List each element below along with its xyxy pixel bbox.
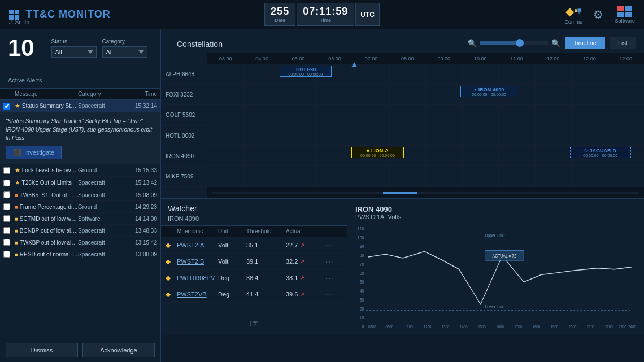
- x-label: 1800: [532, 324, 540, 329]
- y-label: 20: [360, 306, 364, 312]
- timeline-item-time: 00:00:00 - 00:00:00: [583, 154, 617, 158]
- trend-up-icon: ↗: [299, 274, 304, 282]
- square-icon: ■: [15, 192, 18, 198]
- table-row[interactable]: ★ Lock Level is below li... Ground 15:15…: [0, 164, 160, 177]
- table-row[interactable]: ★ T28Kt: Out of Limits Spacecraft 15:13:…: [0, 177, 160, 189]
- actual-value: 32.2↗: [286, 258, 325, 265]
- table-row[interactable]: ■ SCTMD out of low wa... Software 14:14:…: [0, 213, 160, 225]
- star-icon: ★: [15, 102, 20, 109]
- alert-checkbox[interactable]: [3, 239, 10, 246]
- dismiss-button[interactable]: Dismiss: [6, 343, 78, 357]
- tick: 12:00: [608, 53, 644, 64]
- tick: 06:00: [316, 53, 353, 64]
- alert-category: Spacecraft: [78, 228, 123, 234]
- more-options-button[interactable]: ···: [325, 257, 342, 266]
- threshold-value: 41.4: [246, 291, 286, 298]
- list-item[interactable]: ◆ PWST2IB Volt 39.1 32.2↗ ···: [161, 254, 347, 270]
- msg-col-header: Message: [15, 91, 78, 97]
- chart-title: IRON 4090: [355, 205, 636, 213]
- star-icon: ★: [15, 167, 20, 173]
- table-row[interactable]: ■ RESD out of normal l... Spacecraft 13:…: [0, 248, 160, 260]
- software-icon-item[interactable]: Software: [615, 6, 635, 24]
- status-filter-label: Status: [51, 38, 97, 45]
- more-options-button[interactable]: ···: [325, 290, 342, 299]
- timeline-rows-area: TIGER-B 00:00:00 - 00:00:00 ●: [207, 64, 644, 187]
- comms-icon-item[interactable]: Comms: [564, 5, 582, 25]
- alert-checkbox[interactable]: [3, 103, 10, 110]
- table-row[interactable]: ★ Status Summary Star... Spacecraft 15:3…: [0, 100, 160, 112]
- investigate-button[interactable]: ⬛ Investigate: [6, 146, 62, 159]
- tick: 09:00: [426, 53, 462, 64]
- zoom-out-icon[interactable]: 🔍: [468, 39, 477, 47]
- table-row[interactable]: ■ Frame Percentage dr... Ground 14:29:23: [0, 201, 160, 213]
- timeline-item-time: 00:00:00 - 00:00:00: [360, 154, 395, 158]
- timeline-item[interactable]: ■ LION-A 00:00:00 - 00:00:00: [351, 147, 404, 158]
- timeline-item[interactable]: TIGER-B 00:00:00 - 00:00:00: [280, 66, 332, 77]
- square-icon: ■: [15, 204, 18, 210]
- actual-value: 22.7↗: [286, 242, 325, 249]
- alert-checkbox[interactable]: [3, 215, 10, 222]
- mnemonic-link[interactable]: PWST2IA: [177, 242, 218, 248]
- timeline-item[interactable]: ◇ JAGUAR-D 00:00:00 - 00:00:00: [570, 147, 631, 158]
- more-options-button[interactable]: ···: [325, 273, 342, 282]
- table-row[interactable]: ■ BCNBP out of low ala... Spacecraft 13:…: [0, 225, 160, 237]
- square-icon: ■: [15, 251, 18, 258]
- zoom-in-icon[interactable]: 🔍: [551, 39, 560, 47]
- alert-detail-text: "Status Summary Star Tracker" Sticky Bit…: [6, 117, 155, 142]
- upper-limit-label: Upper Limit: [485, 233, 505, 238]
- list-item: MIKE 7509: [161, 167, 207, 187]
- category-filter-select[interactable]: All Ground Spacecraft Software: [102, 46, 147, 58]
- timeline-row-foxi: ● IRON-4090 00:00:00 - 00:00:00: [207, 85, 644, 105]
- alerts-footer: Dismiss Acknowledge: [0, 338, 160, 362]
- mnemonic-link[interactable]: PWHTR08PV: [177, 274, 218, 281]
- main-layout: 10 Active Alerts Status All New Acknowle…: [0, 29, 644, 362]
- mnemonic-link[interactable]: PWST2VB: [177, 291, 218, 298]
- svg-marker-2: [577, 12, 581, 14]
- alert-checkbox[interactable]: [3, 180, 10, 186]
- alert-checkbox[interactable]: [3, 227, 10, 234]
- unit-value: Volt: [218, 258, 246, 265]
- alert-checkbox[interactable]: [3, 251, 10, 258]
- watcher-title: Watcher: [161, 199, 347, 215]
- logo-grid: [9, 10, 19, 20]
- list-item: ALPH 6648: [161, 64, 207, 85]
- threshold-value: 39.1: [246, 258, 286, 265]
- lower-limit-label: Lower Limit: [485, 304, 505, 309]
- constellation-title: Constellation: [169, 34, 230, 52]
- table-row[interactable]: ■ TW3B5_S1: Out of Lim... Spacecraft 15:…: [0, 189, 160, 201]
- alert-category: Ground: [78, 167, 123, 173]
- timeline-item-dot: ◇: [584, 148, 588, 153]
- timeline-view-button[interactable]: Timeline: [565, 37, 605, 49]
- timeline-item-name: LION-A: [371, 148, 389, 154]
- cat-col-header: Category: [78, 91, 123, 97]
- square-icon: ■: [15, 216, 18, 222]
- alert-checkbox[interactable]: [3, 167, 10, 174]
- timeline-item[interactable]: ● IRON-4090 00:00:00 - 00:00:00: [460, 86, 517, 97]
- square-icon: ■: [15, 239, 18, 246]
- list-view-button[interactable]: List: [610, 37, 636, 49]
- alert-checkbox[interactable]: [3, 203, 10, 210]
- acknowledge-button[interactable]: Acknowledge: [82, 343, 155, 357]
- table-row[interactable]: ■ TWXBP out of low ala... Spacecraft 13:…: [0, 237, 160, 248]
- alert-message: ■ RESD out of normal l...: [15, 251, 78, 258]
- status-filter-select[interactable]: All New Acknowledged: [51, 46, 97, 58]
- zoom-slider[interactable]: [480, 41, 548, 45]
- list-item: HOTL 0002: [161, 126, 207, 146]
- gear-icon-item[interactable]: ⚙: [593, 8, 603, 21]
- alert-checkbox[interactable]: [3, 191, 10, 198]
- list-item[interactable]: ◆ PWHTR08PV Deg 38.4 38.1↗ ···: [161, 270, 347, 286]
- alert-category: Spacecraft: [78, 251, 123, 258]
- timeline-content: 03:00 04:00 05:00 06:00 07:00 08:00 09:0…: [207, 53, 644, 198]
- list-item[interactable]: ◆ PWST2VB Deg 41.4 39.6↗ ···: [161, 286, 347, 303]
- alert-message: ★ Status Summary Star...: [15, 102, 78, 110]
- x-label: 1600: [496, 324, 504, 329]
- more-options-button[interactable]: ···: [325, 241, 342, 250]
- list-item: FOXI 3232: [161, 85, 207, 105]
- mnemonic-link[interactable]: PWST2IB: [177, 258, 218, 265]
- unit-value: Deg: [218, 291, 246, 298]
- alert-time: 14:29:23: [123, 204, 157, 210]
- list-item[interactable]: ◆ PWST2IA Volt 35.1 22.7↗ ···: [161, 237, 347, 254]
- timeline-row-golf: [207, 105, 644, 125]
- alerts-panel: 10 Active Alerts Status All New Acknowle…: [0, 29, 161, 362]
- timeline-scrollbar[interactable]: [207, 187, 644, 198]
